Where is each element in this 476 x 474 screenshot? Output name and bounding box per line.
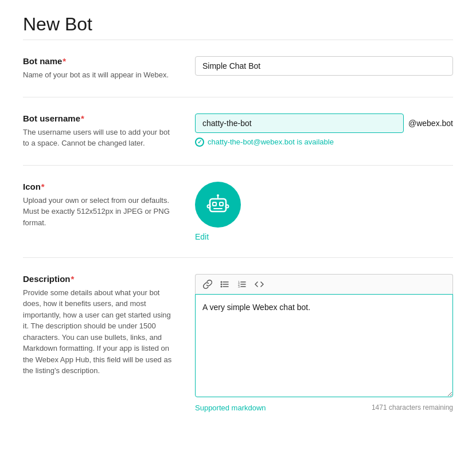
svg-point-5 — [217, 194, 219, 197]
icon-content: Edit — [195, 182, 453, 241]
description-textarea[interactable]: A very simple Webex chat bot. — [195, 294, 453, 397]
bot-username-required: * — [81, 113, 84, 123]
svg-rect-1 — [213, 202, 216, 206]
code-icon[interactable] — [254, 279, 264, 289]
bot-name-input[interactable] — [195, 56, 453, 76]
icon-preview: Edit — [195, 182, 453, 241]
bot-name-label: Bot name* — [23, 56, 172, 66]
bot-username-label-area: Bot username* The username users will us… — [23, 113, 172, 149]
description-desc: Provide some details about what your bot… — [23, 287, 172, 377]
char-remaining: 1471 characters remaining — [372, 404, 453, 412]
availability-message: chatty-the-bot@webex.bot is available — [195, 138, 453, 147]
bot-name-content — [195, 56, 453, 76]
bot-name-label-area: Bot name* Name of your bot as it will ap… — [23, 56, 172, 81]
icon-label-area: Icon* Upload your own or select from our… — [23, 182, 172, 229]
markdown-link[interactable]: Supported markdown — [195, 404, 266, 412]
link-icon[interactable] — [202, 279, 213, 289]
webex-domain: @webex.bot — [408, 119, 453, 128]
description-toolbar: 1. 2. 3. — [195, 274, 453, 294]
bot-username-label: Bot username* — [23, 113, 172, 123]
svg-text:3.: 3. — [238, 285, 240, 288]
description-section: Description* Provide some details about … — [23, 257, 453, 428]
icon-desc: Upload your own or select from our defau… — [23, 195, 172, 229]
unordered-list-icon[interactable] — [220, 279, 230, 289]
icon-edit-link[interactable]: Edit — [195, 232, 209, 241]
username-row: @webex.bot — [195, 113, 453, 133]
description-content: 1. 2. 3. A very simple Webex chat bot. — [195, 274, 453, 412]
icon-label: Icon* — [23, 182, 172, 191]
svg-point-10 — [221, 283, 223, 285]
svg-point-8 — [221, 281, 223, 283]
available-check-icon — [195, 138, 204, 147]
bot-username-desc: The username users will use to add your … — [23, 127, 172, 149]
description-footer: Supported markdown 1471 characters remai… — [195, 404, 453, 412]
bot-username-section: Bot username* The username users will us… — [23, 97, 453, 165]
svg-point-12 — [221, 285, 223, 287]
svg-rect-2 — [220, 202, 223, 206]
bot-username-input[interactable] — [195, 113, 404, 133]
robot-svg-icon — [204, 191, 232, 218]
ordered-list-icon[interactable]: 1. 2. 3. — [237, 279, 247, 289]
svg-point-7 — [226, 205, 229, 207]
svg-point-6 — [208, 205, 210, 207]
bot-username-content: @webex.bot chatty-the-bot@webex.bot is a… — [195, 113, 453, 147]
icon-required: * — [41, 182, 45, 191]
bot-name-section: Bot name* Name of your bot as it will ap… — [23, 40, 453, 97]
bot-name-desc: Name of your bot as it will appear in We… — [23, 69, 172, 81]
bot-name-required: * — [63, 56, 66, 66]
description-label: Description* — [23, 274, 172, 284]
page-container: New Bot Bot name* Name of your bot as it… — [0, 0, 476, 451]
description-required: * — [71, 274, 75, 284]
bot-icon-circle[interactable] — [195, 182, 241, 228]
icon-section: Icon* Upload your own or select from our… — [23, 165, 453, 257]
page-title: New Bot — [23, 14, 453, 35]
description-label-area: Description* Provide some details about … — [23, 274, 172, 377]
available-text: chatty-the-bot@webex.bot is available — [208, 138, 334, 146]
